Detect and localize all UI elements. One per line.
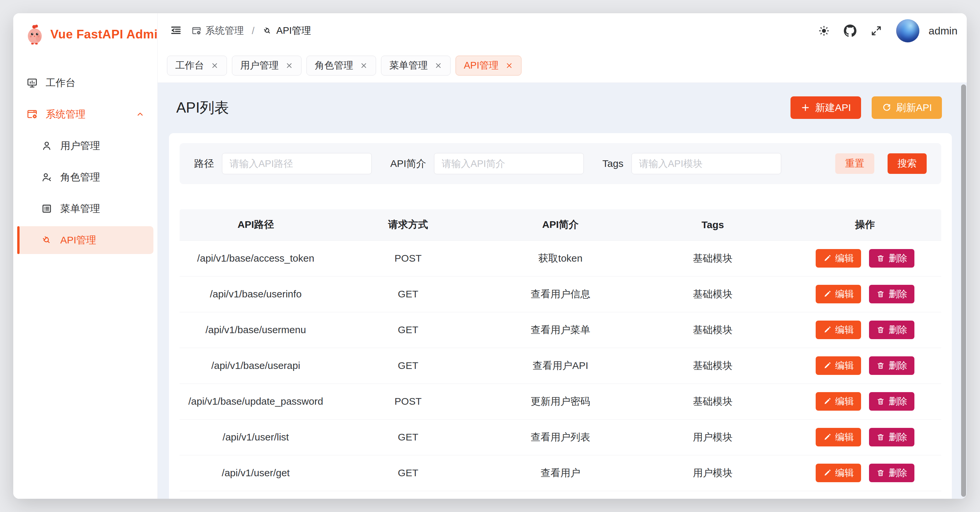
breadcrumb-label: API管理 — [276, 24, 311, 37]
cell-path: /api/v1/base/userapi — [180, 348, 332, 383]
column-header-method: 请求方式 — [332, 209, 484, 240]
breadcrumb-label: 系统管理 — [205, 24, 244, 37]
delete-button[interactable]: 删除 — [869, 285, 915, 304]
api-plug-icon — [41, 234, 52, 246]
breadcrumb-item-system[interactable]: 系统管理 — [191, 24, 244, 37]
cell-tags: 基础模块 — [636, 348, 789, 383]
cell-method: POST — [332, 240, 484, 276]
cell-tags: 基础模块 — [636, 383, 789, 419]
delete-button[interactable]: 删除 — [869, 249, 915, 267]
edit-button[interactable]: 编辑 — [816, 428, 861, 447]
trash-icon — [876, 254, 885, 262]
cell-tags: 用户模块 — [636, 419, 789, 455]
cell-actions: 编辑 删除 — [789, 419, 941, 455]
avatar[interactable] — [896, 19, 920, 42]
github-icon[interactable] — [844, 24, 856, 37]
table-row: /api/v1/base/usermenu GET 查看用户菜单 基础模块 编辑… — [180, 312, 941, 348]
sidebar-item-label: 工作台 — [46, 76, 76, 90]
close-icon[interactable] — [360, 62, 368, 70]
system-window-gear-icon — [191, 26, 201, 36]
table-row: /api/v1/user/get GET 查看用户 用户模块 编辑 删除 — [180, 455, 941, 491]
tags-filter-input[interactable] — [632, 153, 781, 174]
table-row: /api/v1/base/userapi GET 查看用户API 基础模块 编辑… — [180, 348, 941, 383]
tab-api[interactable]: API管理 — [455, 56, 522, 76]
fullscreen-icon[interactable] — [870, 25, 882, 37]
close-icon[interactable] — [505, 62, 513, 70]
sidebar-item-system[interactable]: 系统管理 — [17, 100, 153, 128]
app-logo[interactable]: Vue FastAPI Admin — [13, 13, 158, 56]
system-window-gear-icon — [27, 109, 38, 120]
search-button[interactable]: 搜索 — [888, 153, 927, 174]
cell-path: /api/v1/base/userinfo — [180, 276, 332, 312]
edit-button[interactable]: 编辑 — [816, 356, 861, 375]
column-header-path: API路径 — [180, 209, 332, 240]
pencil-icon — [823, 433, 832, 442]
cell-summary: 查看用户菜单 — [484, 312, 637, 348]
cell-actions: 编辑 删除 — [789, 276, 941, 312]
cell-actions: 编辑 删除 — [789, 455, 941, 491]
trash-icon — [876, 397, 885, 406]
path-filter-input[interactable] — [222, 153, 372, 174]
pencil-icon — [823, 326, 832, 334]
collapse-sidebar-icon[interactable] — [170, 24, 182, 37]
tab-workbench[interactable]: 工作台 — [167, 56, 227, 76]
cell-tags: 用户模块 — [636, 455, 789, 491]
delete-button[interactable]: 删除 — [869, 428, 915, 447]
page-content: API列表 新建API 刷新API — [158, 83, 967, 499]
close-icon[interactable] — [434, 62, 442, 70]
cell-tags: 基础模块 — [636, 240, 789, 276]
close-icon[interactable] — [211, 62, 219, 70]
tags-filter-label: Tags — [602, 158, 623, 169]
sidebar-item-users[interactable]: 用户管理 — [17, 132, 153, 160]
plus-icon — [800, 103, 810, 113]
close-icon[interactable] — [285, 62, 293, 70]
tab-users[interactable]: 用户管理 — [232, 56, 301, 76]
new-api-button[interactable]: 新建API — [791, 96, 861, 119]
reset-button[interactable]: 重置 — [835, 153, 874, 174]
tab-roles[interactable]: 角色管理 — [307, 56, 376, 76]
tab-label: API管理 — [464, 59, 499, 72]
column-header-actions: 操作 — [789, 209, 941, 240]
sidebar-item-menus[interactable]: 菜单管理 — [17, 195, 153, 223]
cell-method: GET — [332, 419, 484, 455]
user-icon — [41, 140, 52, 151]
column-header-tags: Tags — [636, 209, 789, 240]
edit-button[interactable]: 编辑 — [816, 392, 861, 411]
username[interactable]: admin — [929, 25, 958, 37]
sidebar-item-roles[interactable]: 角色管理 — [17, 163, 153, 191]
delete-button[interactable]: 删除 — [869, 392, 915, 411]
delete-button[interactable]: 删除 — [869, 464, 915, 482]
cell-summary: 查看用户列表 — [484, 419, 637, 455]
cell-method: GET — [332, 312, 484, 348]
sidebar-item-workbench[interactable]: 工作台 — [17, 69, 153, 97]
delete-button[interactable]: 删除 — [869, 321, 915, 339]
cell-path: /api/v1/base/access_token — [180, 240, 332, 276]
edit-button[interactable]: 编辑 — [816, 249, 861, 267]
pencil-icon — [823, 361, 832, 370]
summary-filter-input[interactable] — [434, 153, 584, 174]
main-area: 系统管理 / API管理 — [158, 13, 967, 499]
cell-path: /api/v1/user/get — [180, 455, 332, 491]
trash-icon — [876, 361, 885, 370]
sidebar-item-api[interactable]: API管理 — [17, 226, 153, 254]
cell-path: /api/v1/user/list — [180, 419, 332, 455]
workbench-monitor-icon — [27, 77, 38, 88]
breadcrumb-item-api[interactable]: API管理 — [262, 24, 311, 37]
cell-summary: 更新用户密码 — [484, 383, 637, 419]
pencil-icon — [823, 290, 832, 298]
sidebar-item-label: 菜单管理 — [60, 202, 100, 216]
refresh-icon — [881, 103, 891, 113]
refresh-api-button[interactable]: 刷新API — [872, 96, 942, 119]
edit-button[interactable]: 编辑 — [816, 285, 861, 304]
theme-sun-icon[interactable] — [818, 25, 830, 37]
edit-button[interactable]: 编辑 — [816, 464, 861, 482]
tab-bar: 工作台 用户管理 角色管理 菜单管理 API管理 — [158, 48, 967, 83]
table-row: /api/v1/base/update_password POST 更新用户密码… — [180, 383, 941, 419]
summary-filter-label: API简介 — [390, 157, 426, 170]
vertical-scrollbar-thumb[interactable] — [961, 84, 966, 497]
sidebar-item-label: 用户管理 — [60, 139, 100, 153]
sidebar: Vue FastAPI Admin 工作台 — [13, 13, 158, 499]
tab-menus[interactable]: 菜单管理 — [381, 56, 450, 76]
edit-button[interactable]: 编辑 — [816, 321, 861, 339]
delete-button[interactable]: 删除 — [869, 356, 915, 375]
